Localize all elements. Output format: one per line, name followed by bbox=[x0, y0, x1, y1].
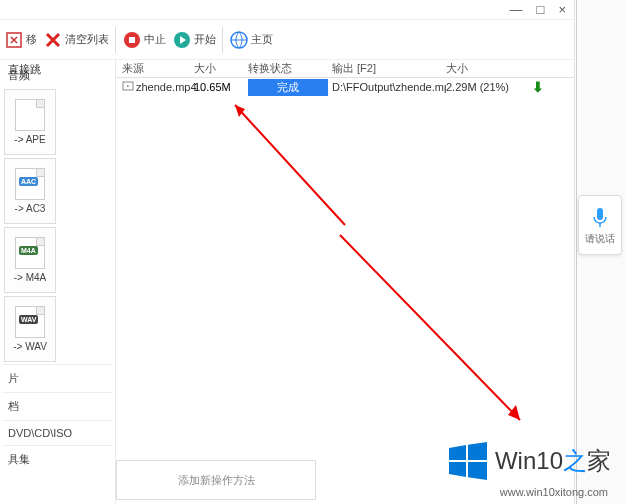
format-empty3[interactable] bbox=[59, 227, 111, 293]
home-button[interactable]: 主页 bbox=[229, 30, 273, 50]
move-icon bbox=[4, 30, 24, 50]
svg-rect-2 bbox=[129, 37, 135, 43]
format-wav[interactable]: WAV -> WAV bbox=[4, 296, 56, 362]
file-icon: M4A bbox=[15, 237, 45, 269]
col-output[interactable]: 输出 [F2] bbox=[332, 61, 446, 76]
toolbar: 移 清空列表 中止 开始 主页 bbox=[0, 20, 574, 60]
video-file-icon bbox=[122, 80, 134, 94]
format-empty2[interactable] bbox=[59, 158, 111, 224]
file-icon: WAV bbox=[15, 306, 45, 338]
format-m4a[interactable]: M4A -> M4A bbox=[4, 227, 56, 293]
col-status[interactable]: 转换状态 bbox=[248, 61, 332, 76]
col-size[interactable]: 大小 bbox=[194, 61, 248, 76]
sidebar: 音频 -> APE AAC -> AC3 M4A -> M4A bbox=[0, 60, 116, 504]
stop-icon bbox=[122, 30, 142, 50]
svg-rect-8 bbox=[597, 208, 603, 220]
play-icon bbox=[172, 30, 192, 50]
watermark-url: www.win10xitong.com bbox=[500, 486, 608, 498]
download-icon[interactable]: ⬇ bbox=[532, 79, 544, 95]
format-grid: -> APE AAC -> AC3 M4A -> M4A WAV -> WAV bbox=[2, 87, 113, 364]
separator bbox=[115, 27, 116, 53]
col-size2[interactable]: 大小 bbox=[446, 61, 532, 76]
col-source[interactable]: 来源 bbox=[116, 61, 194, 76]
format-ape[interactable]: -> APE bbox=[4, 89, 56, 155]
minimize-button[interactable]: — bbox=[510, 2, 523, 17]
move-button[interactable]: 移 bbox=[4, 30, 37, 50]
start-button[interactable]: 开始 bbox=[172, 30, 216, 50]
file-icon bbox=[15, 99, 45, 131]
file-icon: AAC bbox=[15, 168, 45, 200]
format-empty[interactable] bbox=[59, 89, 111, 155]
maximize-button[interactable]: □ bbox=[537, 2, 545, 17]
clear-list-button[interactable]: 清空列表 bbox=[43, 30, 109, 50]
globe-icon bbox=[229, 30, 249, 50]
status-badge: 完成 bbox=[248, 79, 328, 96]
microphone-icon bbox=[588, 205, 612, 229]
delete-icon bbox=[43, 30, 63, 50]
add-method-card[interactable]: 添加新操作方法 bbox=[116, 460, 316, 500]
close-button[interactable]: × bbox=[558, 2, 566, 17]
goto-label: 直接跳 bbox=[8, 62, 41, 77]
main-area: 来源 大小 转换状态 输出 [F2] 大小 zhende.mp4 10.65M … bbox=[116, 60, 574, 504]
sidebar-item-image[interactable]: 片 bbox=[2, 364, 113, 392]
separator bbox=[222, 27, 223, 53]
sidebar-item-disc[interactable]: DVD\CD\ISO bbox=[2, 420, 113, 445]
sidebar-item-document[interactable]: 档 bbox=[2, 392, 113, 420]
table-row[interactable]: zhende.mp4 10.65M 完成 D:\FFOutput\zhende.… bbox=[116, 78, 574, 96]
format-ac3[interactable]: AAC -> AC3 bbox=[4, 158, 56, 224]
stop-button[interactable]: 中止 bbox=[122, 30, 166, 50]
list-header: 来源 大小 转换状态 输出 [F2] 大小 bbox=[116, 60, 574, 78]
titlebar: — □ × bbox=[0, 0, 574, 20]
voice-button[interactable]: 请说话 bbox=[578, 195, 622, 255]
sidebar-item-tools[interactable]: 具集 bbox=[2, 445, 113, 473]
